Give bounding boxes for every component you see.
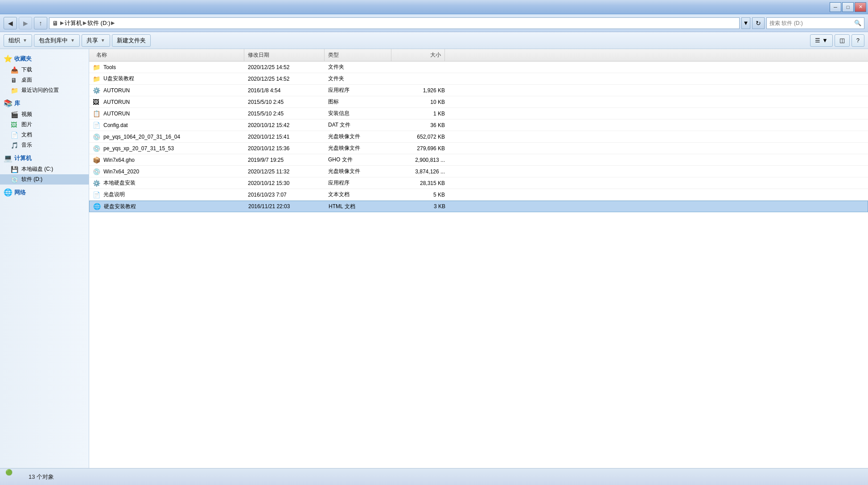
address-path[interactable]: 🖥 ▶ 计算机 ▶ 软件 (D:) ▶: [49, 17, 740, 29]
path-parts: ▶ 计算机 ▶ 软件 (D:) ▶: [60, 19, 115, 27]
organize-button[interactable]: 组织 ▼: [4, 34, 32, 47]
library-chevron: ▼: [70, 38, 75, 43]
sidebar-item-document[interactable]: 📄 文档: [0, 130, 89, 140]
file-name-cell: 📄 Config.dat: [93, 122, 244, 129]
file-size-cell: 5 KB: [391, 192, 445, 198]
file-name: pe_yqs_xp_20_07_31_15_53: [103, 145, 174, 152]
file-name-cell: 💿 pe_yqs_1064_20_07_31_16_04: [93, 133, 244, 140]
table-row[interactable]: 🖼 AUTORUN 2015/5/10 2:45 图标 10 KB: [89, 96, 868, 108]
file-type-cell: 光盘映像文件: [325, 133, 391, 140]
recent-icon: 📁: [11, 87, 19, 94]
sidebar-network-title[interactable]: 🌐 网络: [0, 186, 89, 198]
share-chevron: ▼: [101, 38, 105, 43]
file-date-cell: 2020/10/12 15:36: [244, 145, 325, 152]
table-row[interactable]: ⚙️ 本地硬盘安装 2020/10/12 15:30 应用程序 28,315 K…: [89, 177, 868, 189]
search-box[interactable]: 🔍: [766, 17, 864, 29]
file-icon: 📦: [93, 156, 101, 164]
file-date-cell: 2020/10/12 15:41: [244, 134, 325, 140]
file-name-cell: 📁 U盘安装教程: [93, 75, 244, 82]
drive-c-icon: 💾: [11, 166, 19, 173]
path-icon: 🖥: [52, 20, 58, 27]
table-row[interactable]: 📁 Tools 2020/12/25 14:52 文件夹: [89, 62, 868, 73]
table-row[interactable]: 💿 pe_yqs_xp_20_07_31_15_53 2020/10/12 15…: [89, 143, 868, 154]
table-row[interactable]: ⚙️ AUTORUN 2016/1/8 4:54 应用程序 1,926 KB: [89, 85, 868, 96]
preview-button[interactable]: ◫: [835, 34, 850, 47]
table-row[interactable]: 📄 光盘说明 2016/10/23 7:07 文本文档 5 KB: [89, 189, 868, 201]
organize-chevron: ▼: [23, 38, 27, 43]
downloads-icon: 📥: [11, 66, 19, 74]
sidebar-item-downloads[interactable]: 📥 下载: [0, 65, 89, 75]
file-size-cell: 3,874,126 ...: [391, 169, 445, 175]
close-button[interactable]: ✕: [855, 2, 866, 12]
help-button[interactable]: ?: [852, 34, 864, 47]
col-header-date[interactable]: 修改日期: [244, 49, 325, 61]
file-icon: 🖼: [93, 99, 101, 106]
drive-d-icon: 💿: [11, 176, 19, 183]
search-icon[interactable]: 🔍: [854, 20, 861, 26]
table-row[interactable]: 💿 Win7x64_2020 2020/12/25 11:32 光盘映像文件 3…: [89, 166, 868, 177]
file-icon: 📋: [93, 110, 101, 117]
file-type-cell: 应用程序: [325, 179, 391, 187]
sidebar-item-drive-c[interactable]: 💾 本地磁盘 (C:): [0, 164, 89, 174]
sidebar: ⭐ 收藏夹 📥 下载 🖥 桌面 📁 最近访问的位置 📚 库: [0, 49, 89, 468]
col-header-name[interactable]: 名称: [93, 49, 244, 61]
address-bar: ◀ ▶ ↑ 🖥 ▶ 计算机 ▶ 软件 (D:) ▶ ▼ ↻ 🔍: [0, 14, 868, 32]
minimize-button[interactable]: ─: [830, 2, 841, 12]
file-icon: 📁: [93, 75, 101, 82]
sidebar-item-image[interactable]: 🖼 图片: [0, 119, 89, 130]
new-folder-button[interactable]: 新建文件夹: [112, 34, 151, 47]
document-label: 文档: [21, 131, 32, 139]
sidebar-item-video[interactable]: 🎬 视频: [0, 109, 89, 119]
computer-label: 计算机: [14, 154, 32, 162]
search-input[interactable]: [769, 20, 854, 26]
view-toggle-button[interactable]: ☰ ▼: [810, 34, 833, 47]
organize-label: 组织: [8, 37, 20, 45]
file-size-cell: 36 KB: [391, 122, 445, 128]
sidebar-library-title[interactable]: 📚 库: [0, 97, 89, 109]
network-icon: 🌐: [4, 188, 12, 197]
file-size-cell: 1,926 KB: [391, 87, 445, 94]
table-row[interactable]: 📦 Win7x64.gho 2019/9/7 19:25 GHO 文件 2,90…: [89, 154, 868, 166]
sidebar-item-drive-d[interactable]: 💿 软件 (D:): [0, 174, 89, 185]
file-date-cell: 2020/12/25 11:32: [244, 169, 325, 175]
col-header-type[interactable]: 类型: [325, 49, 391, 61]
sidebar-section-network: 🌐 网络: [0, 186, 89, 198]
desktop-icon: 🖥: [11, 77, 19, 84]
file-icon: 📄: [93, 191, 101, 198]
path-sep3: ▶: [111, 20, 115, 26]
table-row[interactable]: 📋 AUTORUN 2015/5/10 2:45 安装信息 1 KB: [89, 108, 868, 119]
file-date-cell: 2020/10/12 15:42: [244, 122, 325, 128]
file-date-cell: 2020/10/12 15:30: [244, 180, 325, 186]
status-icon: 🟢: [5, 469, 21, 485]
sidebar-computer-title[interactable]: 💻 计算机: [0, 152, 89, 164]
file-date-cell: 2020/12/25 14:52: [244, 76, 325, 82]
share-button[interactable]: 共享 ▼: [82, 34, 110, 47]
sidebar-item-recent[interactable]: 📁 最近访问的位置: [0, 85, 89, 95]
refresh-button[interactable]: ↻: [752, 17, 765, 29]
table-row[interactable]: 🌐 硬盘安装教程 2016/11/21 22:03 HTML 文档 3 KB: [89, 201, 868, 212]
address-dropdown[interactable]: ▼: [741, 17, 750, 29]
file-name: Win7x64_2020: [103, 169, 139, 175]
file-area[interactable]: 名称 修改日期 类型 大小 📁 Tools 2020/12/25 14:52 文…: [89, 49, 868, 468]
table-row[interactable]: 📁 U盘安装教程 2020/12/25 14:52 文件夹: [89, 73, 868, 85]
forward-button[interactable]: ▶: [19, 17, 32, 29]
file-size-cell: 2,900,813 ...: [391, 157, 445, 163]
sidebar-item-desktop[interactable]: 🖥 桌面: [0, 75, 89, 85]
file-name-cell: 📁 Tools: [93, 64, 244, 71]
file-name-cell: ⚙️ 本地硬盘安装: [93, 179, 244, 187]
table-row[interactable]: 💿 pe_yqs_1064_20_07_31_16_04 2020/10/12 …: [89, 131, 868, 143]
view-icon: ☰: [815, 37, 820, 44]
file-date-cell: 2019/9/7 19:25: [244, 157, 325, 163]
table-row[interactable]: 📄 Config.dat 2020/10/12 15:42 DAT 文件 36 …: [89, 119, 868, 131]
up-button[interactable]: ↑: [34, 17, 47, 29]
file-name: 本地硬盘安装: [103, 179, 136, 187]
sidebar-favorites-title[interactable]: ⭐ 收藏夹: [0, 53, 89, 65]
back-button[interactable]: ◀: [4, 17, 17, 29]
file-name-cell: 📋 AUTORUN: [93, 110, 244, 117]
maximize-button[interactable]: □: [842, 2, 854, 12]
sidebar-item-music[interactable]: 🎵 音乐: [0, 140, 89, 150]
col-header-size[interactable]: 大小: [391, 49, 445, 61]
add-to-library-button[interactable]: 包含到库中 ▼: [34, 34, 80, 47]
file-type-cell: 应用程序: [325, 86, 391, 94]
status-text: 13 个对象: [29, 473, 54, 481]
